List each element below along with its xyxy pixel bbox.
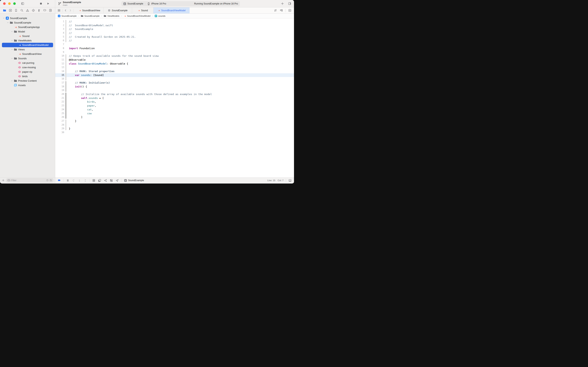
recent-files-icon[interactable] bbox=[46, 179, 49, 182]
sidebar-item-soundboardviewmodel[interactable]: SoundBoardViewModel bbox=[2, 43, 53, 47]
editor-options-button[interactable] bbox=[280, 9, 283, 12]
code-line-23[interactable]: 23 paper, bbox=[55, 104, 294, 108]
navigator-issues-button[interactable] bbox=[26, 9, 29, 12]
code-line-18[interactable]: 18 init() { bbox=[55, 85, 294, 89]
code-line-19[interactable]: 19 bbox=[55, 88, 294, 92]
line-number[interactable]: 20 bbox=[55, 92, 64, 96]
navigator-breakpoints-button[interactable] bbox=[43, 9, 46, 12]
code-line-21[interactable]: 21 self.sounds = [ bbox=[55, 96, 294, 100]
line-number[interactable]: 23 bbox=[55, 104, 64, 108]
code-line-27[interactable]: 27 } bbox=[55, 119, 294, 123]
line-number[interactable]: 12 bbox=[55, 62, 64, 66]
line-number[interactable]: 30 bbox=[55, 131, 64, 134]
code-line-20[interactable]: 20 // Initalize the array of available s… bbox=[55, 92, 294, 96]
toggle-navigator-button[interactable] bbox=[21, 2, 24, 5]
code-line-28[interactable]: 28 bbox=[55, 123, 294, 127]
disclosure-chevron-down-icon[interactable] bbox=[11, 48, 14, 50]
code-line-3[interactable]: 3// SoundExample bbox=[55, 27, 294, 31]
line-number[interactable]: 10 bbox=[55, 54, 64, 58]
line-number[interactable]: 6 bbox=[55, 39, 64, 42]
line-number[interactable]: 2 bbox=[55, 24, 64, 27]
tab-soundboardviewmodel[interactable]: SoundBoardViewModel bbox=[153, 7, 190, 13]
step-over-button[interactable] bbox=[72, 179, 75, 182]
sidebar-item-paper-rip[interactable]: paper-rip bbox=[2, 70, 53, 74]
sidebar-item-soundboardview[interactable]: SoundBoardView bbox=[2, 52, 53, 56]
code-line-25[interactable]: 25 cow bbox=[55, 112, 294, 116]
sidebar-item-preview-content[interactable]: Preview Content bbox=[2, 79, 53, 83]
code-line-5[interactable]: 5// Created by Russell Gordon on 2025-05… bbox=[55, 35, 294, 39]
line-number[interactable]: 17 bbox=[55, 81, 64, 85]
sidebar-item-birds[interactable]: birds bbox=[2, 74, 53, 79]
debug-memory-graph-button[interactable] bbox=[98, 179, 101, 182]
environment-overrides-button[interactable] bbox=[110, 179, 113, 182]
line-number[interactable]: 21 bbox=[55, 96, 64, 100]
code-line-14[interactable]: 14 // MARK: Stored properties bbox=[55, 69, 294, 73]
disclosure-chevron-down-icon[interactable] bbox=[11, 31, 14, 33]
code-line-11[interactable]: 11@Observable bbox=[55, 58, 294, 62]
code-line-29[interactable]: 29} bbox=[55, 127, 294, 131]
disclosure-chevron-down-icon[interactable] bbox=[11, 57, 14, 59]
line-number[interactable]: 27 bbox=[55, 119, 64, 123]
line-number[interactable]: 11 bbox=[55, 58, 64, 62]
line-number[interactable]: 4 bbox=[55, 31, 64, 35]
line-number[interactable]: 18 bbox=[55, 85, 64, 89]
navigator-tests-button[interactable] bbox=[32, 9, 35, 12]
jump-bar-item-viewmodels[interactable]: ViewModels bbox=[104, 15, 119, 17]
code-line-16[interactable]: 16 bbox=[55, 77, 294, 81]
line-number[interactable]: 3 bbox=[55, 27, 64, 31]
jump-bar-item-soundexample[interactable]: ASoundExample bbox=[58, 15, 77, 17]
source-control-filter-icon[interactable] bbox=[50, 179, 52, 182]
code-line-9[interactable]: 9 bbox=[55, 50, 294, 54]
line-number[interactable]: 9 bbox=[55, 50, 64, 54]
code-line-22[interactable]: 22 birds, bbox=[55, 100, 294, 104]
run-destination[interactable]: iPhone 16 Pro bbox=[151, 2, 166, 5]
sidebar-item-cow-mooing[interactable]: cow-mooing bbox=[2, 65, 53, 70]
disclosure-chevron-down-icon[interactable] bbox=[11, 40, 14, 42]
related-items-button[interactable] bbox=[58, 9, 60, 12]
line-number[interactable]: 24 bbox=[55, 108, 64, 112]
line-number[interactable]: 14 bbox=[55, 69, 64, 73]
line-number[interactable]: 29 bbox=[55, 127, 64, 131]
code-line-10[interactable]: 10// Keeps track of available sounds for… bbox=[55, 54, 294, 58]
debug-gauges-button[interactable] bbox=[104, 179, 107, 182]
go-back-button[interactable] bbox=[64, 9, 67, 12]
line-number[interactable]: 25 bbox=[55, 112, 64, 116]
disclosure-chevron-right-icon[interactable] bbox=[11, 80, 14, 82]
stop-button[interactable] bbox=[40, 2, 42, 5]
code-line-2[interactable]: 2// SoundBoardViewModel.swift bbox=[55, 24, 294, 27]
run-button[interactable] bbox=[47, 2, 50, 5]
tab-soundexample[interactable]: SoundExample bbox=[104, 7, 132, 13]
zoom-window-button[interactable] bbox=[13, 2, 16, 5]
code-line-7[interactable]: 7 bbox=[55, 42, 294, 46]
debug-view-hierarchy-button[interactable] bbox=[92, 179, 95, 182]
sidebar-item-soundexample[interactable]: SoundExample bbox=[2, 20, 53, 25]
filter-field[interactable] bbox=[6, 178, 53, 182]
line-number[interactable]: 15 bbox=[55, 73, 64, 77]
line-number[interactable]: 1 bbox=[55, 20, 64, 24]
line-number[interactable]: 19 bbox=[55, 88, 64, 92]
simulate-location-button[interactable] bbox=[116, 179, 119, 182]
add-button[interactable] bbox=[281, 2, 284, 5]
sidebar-item-views[interactable]: Views bbox=[2, 47, 53, 52]
scheme-selector[interactable]: A SoundExample iPhone 16 Pro Running Sou… bbox=[121, 1, 240, 6]
jump-bar-item-soundexample[interactable]: SoundExample bbox=[81, 15, 100, 17]
line-number[interactable]: 8 bbox=[55, 46, 64, 50]
source-editor[interactable]: 1//2// SoundBoardViewModel.swift3// Soun… bbox=[55, 18, 294, 177]
line-number[interactable]: 22 bbox=[55, 100, 64, 104]
navigator-debug-button[interactable] bbox=[37, 9, 41, 12]
code-line-24[interactable]: 24 cat, bbox=[55, 108, 294, 112]
code-line-6[interactable]: 6// bbox=[55, 39, 294, 42]
line-number[interactable]: 13 bbox=[55, 66, 64, 69]
jump-bar-item-sounds[interactable]: Psounds bbox=[155, 15, 166, 17]
sidebar-item-model[interactable]: Model bbox=[2, 29, 53, 34]
line-number[interactable]: 7 bbox=[55, 42, 64, 46]
add-editor-button[interactable] bbox=[288, 9, 292, 12]
code-line-12[interactable]: 12class SoundBoardViewModel: Observable … bbox=[55, 62, 294, 66]
sidebar-item-soundexample[interactable]: ASoundExample bbox=[2, 16, 53, 20]
filter-options-icon[interactable] bbox=[7, 179, 10, 182]
sidebar-item-sounds[interactable]: Sounds bbox=[2, 56, 53, 61]
pause-execution-button[interactable] bbox=[66, 179, 69, 182]
tab-sound[interactable]: Sound bbox=[132, 7, 153, 13]
sidebar-item-soundexampleapp[interactable]: SoundExampleApp bbox=[2, 25, 53, 29]
code-line-13[interactable]: 13 bbox=[55, 66, 294, 69]
